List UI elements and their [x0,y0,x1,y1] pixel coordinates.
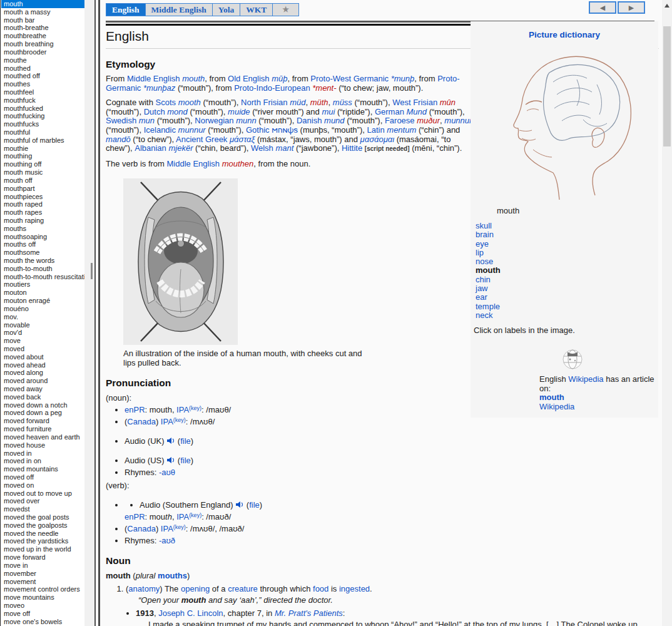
sidebar-item[interactable]: mouth-to-mouth resuscitation [1,273,84,281]
link[interactable]: IPA [176,512,189,521]
link[interactable]: Icelandic [144,125,176,135]
link[interactable]: Swedish [106,116,136,125]
sidebar-item[interactable]: mouthful of marbles [1,136,84,145]
sidebar-item[interactable]: mouthpart [1,185,84,193]
sidebar-item[interactable]: moutiers [1,280,84,289]
sidebar-item[interactable]: mouthe [1,56,84,64]
link[interactable]: IPA [161,417,173,426]
sidebar-item[interactable]: mov'd [1,329,84,337]
sidebar-item[interactable]: move in [1,562,84,570]
word-list-scrollbar[interactable] [84,0,94,626]
tab-wkt[interactable]: WKT [240,3,273,16]
sidebar-item[interactable]: moved forward [1,417,84,425]
link[interactable]: -aʊð [159,536,175,545]
link[interactable]: Scots [156,98,176,107]
sidebar-item[interactable]: moved mountains [1,465,84,473]
sidebar-item[interactable]: mouth music [1,168,84,177]
sidebar-item[interactable]: moved up in the world [1,545,84,553]
article-scrollbar[interactable] [662,0,672,626]
link[interactable]: μασάομαι [360,135,394,144]
link[interactable]: mjekër [168,143,193,153]
sidebar-item[interactable]: moved the needle [1,530,84,538]
sidebar-item[interactable]: mouth-breathe [1,24,84,32]
link[interactable]: West Frisian [392,98,437,107]
link[interactable]: mouths [158,571,187,580]
link[interactable]: mentum [387,125,416,135]
link[interactable]: Old English [228,74,269,83]
sidebar-item[interactable]: mouthes [1,80,84,88]
sidebar-item[interactable]: mouthing [1,152,84,160]
link[interactable]: creature [228,584,258,593]
head-illustration-image[interactable] [489,44,639,202]
link[interactable]: Ancient Greek [176,135,227,144]
sidebar-item[interactable]: moved the goalposts [1,521,84,530]
forward-button[interactable]: ▶ [618,1,645,14]
link[interactable]: mooth [178,98,201,107]
sidebar-item[interactable]: mouthfuck [1,96,84,105]
panel-splitter[interactable] [94,0,100,626]
link[interactable]: IPA [176,405,189,414]
sidebar-item[interactable]: mouton [1,289,84,297]
sidebar-item[interactable]: movement [1,578,84,586]
link[interactable]: Mund [407,107,427,116]
link[interactable]: mun [139,116,155,125]
sidebar-item[interactable]: move one's bowels [1,618,84,626]
link[interactable]: enPR [125,405,145,414]
sidebar-item[interactable]: mov. [1,313,84,321]
word-list-scrollbar-thumb[interactable] [91,263,93,279]
speaker-icon[interactable] [166,437,175,444]
link[interactable]: (key) [189,512,201,518]
article-scrollbar-thumb[interactable] [663,26,671,146]
link[interactable]: muide [228,107,250,116]
link[interactable]: Proto-West Germanic [310,74,389,83]
sidebar-item[interactable]: mouton enragé [1,297,84,305]
scroll-up-icon[interactable] [664,4,669,8]
picture-dict-label[interactable]: jaw [476,284,658,293]
sidebar-item[interactable]: moved the yardsticks [1,537,84,545]
sidebar-item[interactable]: mouthsome [1,249,84,257]
link[interactable]: Joseph C. Lincoln [158,608,223,618]
sidebar-item[interactable]: mouthfeel [1,88,84,96]
sidebar-item[interactable]: mouth-to-mouth [1,265,84,273]
sidebar-item[interactable]: moved heaven and earth [1,433,84,441]
sidebar-item[interactable]: moved down a notch [1,401,84,409]
sidebar-item[interactable]: move off [1,610,84,618]
link[interactable]: Danish [297,116,322,125]
file-link[interactable]: (file) [178,436,193,446]
file-link[interactable]: (file) [247,500,262,510]
sidebar-item[interactable]: mouthfucking [1,112,84,120]
tab-yola[interactable]: Yola [213,3,241,16]
link[interactable]: Canada [127,417,156,426]
sidebar-item[interactable]: mouth off [1,177,84,185]
link[interactable]: mouth [539,393,564,402]
sidebar-item[interactable]: moved on [1,481,84,490]
sidebar-item[interactable]: movember [1,570,84,578]
sidebar-item[interactable]: move forward [1,553,84,562]
link[interactable]: mouth [182,74,205,83]
sidebar-item[interactable]: mouthpieces [1,193,84,201]
link[interactable]: mandō [106,135,131,144]
sidebar-item[interactable]: mouthing off [1,160,84,168]
sidebar-item[interactable]: mouthed [1,64,84,73]
link[interactable]: *munþ [391,74,415,83]
sidebar-item[interactable]: moved the goal posts [1,513,84,521]
link[interactable]: (key) [173,524,186,530]
picture-dict-label[interactable]: chin [476,275,658,284]
link[interactable]: Dutch [144,107,165,116]
link[interactable]: Welsh [251,143,273,153]
sidebar-item[interactable]: movement control orders [1,585,84,593]
link[interactable]: enPR [125,512,145,521]
sidebar-item[interactable]: moved ahead [1,361,84,369]
sidebar-item[interactable]: mouth rapes [1,208,84,217]
speaker-icon[interactable] [235,501,244,508]
link[interactable]: müd [290,98,305,107]
link[interactable]: -aʊθ [159,468,175,477]
link[interactable]: ingested [339,584,370,593]
link[interactable]: *munþaz [143,83,175,93]
link[interactable]: (key) [173,417,186,423]
sidebar-item[interactable]: mouthful [1,128,84,136]
sidebar-item[interactable]: moved house [1,441,84,449]
link[interactable]: food [313,584,328,593]
link[interactable]: Faroese [385,116,415,125]
picture-dict-label[interactable]: skull [476,222,658,230]
